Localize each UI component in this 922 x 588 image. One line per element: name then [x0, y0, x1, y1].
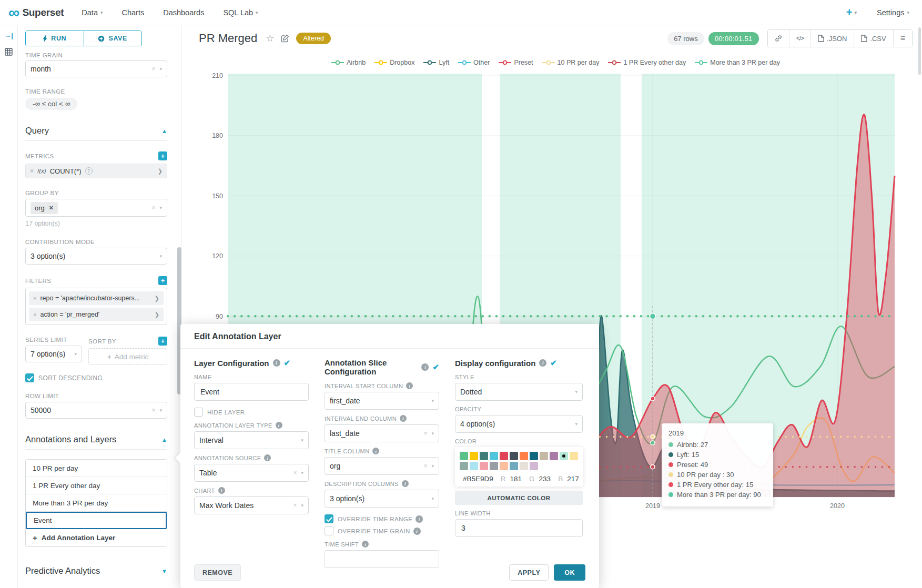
annotation-source-select[interactable]: Table × ▾: [194, 464, 309, 482]
export-csv-button[interactable]: .CSV: [854, 30, 893, 47]
override-time-grain-checkbox[interactable]: [325, 526, 333, 535]
hex-value[interactable]: #B5E9D9: [463, 475, 493, 483]
legend-item[interactable]: More than 3 PR per day: [695, 59, 780, 66]
chevron-up-icon[interactable]: ▲: [161, 128, 167, 134]
annotation-layer-item[interactable]: 10 PR per day: [26, 460, 167, 477]
favorite-star-icon[interactable]: ☆: [266, 33, 274, 44]
color-swatch[interactable]: [530, 452, 538, 460]
hide-layer-checkbox[interactable]: [194, 408, 203, 417]
chevron-right-icon[interactable]: ❯: [155, 311, 159, 318]
clear-icon[interactable]: ×: [151, 65, 155, 73]
chart-select[interactable]: Max Work Dates × ▾: [194, 496, 309, 514]
time-grain-select[interactable]: month × ▾: [25, 60, 167, 77]
chevron-up-icon[interactable]: ▲: [161, 437, 167, 443]
save-button[interactable]: SAVE: [84, 31, 142, 46]
remove-icon[interactable]: ×: [33, 311, 36, 318]
ok-button[interactable]: OK: [554, 564, 585, 581]
name-input[interactable]: [194, 383, 309, 401]
color-swatch[interactable]: [490, 462, 498, 470]
color-swatch[interactable]: [500, 462, 508, 470]
clear-icon[interactable]: ×: [423, 430, 427, 437]
color-swatch[interactable]: [520, 452, 528, 460]
annotation-layer-item[interactable]: Event: [26, 512, 167, 529]
remove-icon[interactable]: ×: [33, 295, 36, 301]
annotation-layer-item[interactable]: More than 3 PR per day: [26, 494, 167, 512]
copy-link-button[interactable]: [768, 30, 789, 47]
chevron-down-icon[interactable]: ▼: [161, 568, 167, 574]
line-width-input[interactable]: [455, 519, 583, 537]
collapse-panel-icon[interactable]: →|: [4, 32, 13, 39]
legend-item[interactable]: Lyft: [423, 59, 449, 66]
clear-icon[interactable]: ×: [293, 469, 297, 477]
chevron-right-icon[interactable]: ❯: [158, 168, 163, 175]
nav-item-data[interactable]: Data▾: [82, 8, 103, 17]
clear-icon[interactable]: ×: [151, 204, 155, 211]
description-columns-select[interactable]: 3 option(s) ▾: [325, 490, 439, 508]
color-swatch[interactable]: [510, 462, 518, 470]
superset-logo[interactable]: ∞ Superset: [8, 5, 64, 21]
chevron-right-icon[interactable]: ❯: [155, 295, 159, 302]
add-filter-button[interactable]: +: [158, 276, 167, 285]
sort-descending-checkbox[interactable]: [25, 373, 34, 382]
filter-pill[interactable]: ×repo = 'apache/incubator-supers...❯: [29, 291, 164, 305]
color-swatch[interactable]: [470, 462, 478, 470]
group-by-select[interactable]: org✕ × ▾: [25, 199, 167, 217]
export-json-button[interactable]: .JSON: [810, 30, 854, 47]
sort-by-add-metric[interactable]: +Add metric: [88, 348, 167, 365]
more-options-button[interactable]: ≡: [893, 30, 912, 47]
legend-item[interactable]: 10 PR per day: [542, 59, 600, 66]
metric-pill[interactable]: × f(x) COUNT(*) ? ❯: [25, 164, 167, 178]
color-swatch[interactable]: [480, 452, 488, 460]
nav-item-sql-lab[interactable]: SQL Lab▾: [223, 8, 258, 17]
color-swatch[interactable]: [460, 452, 468, 460]
remove-tag-icon[interactable]: ✕: [49, 205, 54, 211]
color-swatch[interactable]: [470, 452, 478, 460]
edit-properties-icon[interactable]: [281, 34, 289, 43]
color-swatch[interactable]: [520, 462, 528, 470]
contribution-mode-select[interactable]: 3 option(s) ▾: [25, 248, 167, 265]
remove-button[interactable]: REMOVE: [194, 564, 241, 581]
nav-item-dashboards[interactable]: Dashboards: [163, 8, 204, 17]
altered-badge[interactable]: Altered: [296, 33, 331, 44]
color-swatch[interactable]: [510, 452, 518, 460]
time-range-pill[interactable]: -∞ ≤ col < ∞: [25, 98, 77, 110]
filter-pill[interactable]: ×action = 'pr_merged'❯: [29, 308, 164, 321]
override-time-range-checkbox[interactable]: [325, 514, 333, 523]
color-swatch[interactable]: [460, 462, 468, 470]
embed-code-button[interactable]: </>: [789, 30, 810, 47]
opacity-select[interactable]: 4 option(s) ▾: [455, 415, 583, 433]
color-swatch[interactable]: [560, 452, 568, 460]
style-select[interactable]: Dotted ▾: [455, 383, 583, 401]
title-column-select[interactable]: org × ▾: [325, 457, 439, 475]
add-metric-button[interactable]: +: [158, 151, 167, 160]
datasource-grid-icon[interactable]: [5, 48, 13, 56]
legend-item[interactable]: Preset: [499, 59, 533, 66]
legend-item[interactable]: Dropbox: [374, 59, 414, 66]
interval-end-select[interactable]: last_date × ▾: [325, 424, 439, 442]
row-limit-select[interactable]: 50000 × ▾: [25, 402, 167, 419]
g-value[interactable]: 233: [539, 475, 551, 483]
series-limit-select[interactable]: 7 option(s) ▾: [25, 346, 82, 362]
color-swatch[interactable]: [570, 452, 578, 460]
color-swatch[interactable]: [550, 452, 558, 460]
interval-start-select[interactable]: first_date ▾: [325, 392, 439, 410]
annotation-layer-type-select[interactable]: Interval ▾: [194, 431, 309, 449]
legend-item[interactable]: Other: [458, 59, 490, 66]
automatic-color-button[interactable]: AUTOMATIC COLOR: [455, 491, 583, 505]
run-button[interactable]: RUN: [26, 31, 84, 46]
clear-icon[interactable]: ×: [293, 502, 297, 509]
color-swatch[interactable]: [530, 462, 538, 470]
legend-item[interactable]: Airbnb: [331, 59, 366, 66]
r-value[interactable]: 181: [510, 475, 522, 483]
window-scrollbar[interactable]: [918, 27, 921, 75]
apply-button[interactable]: APPLY: [509, 564, 549, 581]
color-swatch[interactable]: [540, 452, 548, 460]
color-swatch[interactable]: [490, 452, 498, 460]
annotation-layer-item[interactable]: 1 PR Every other day: [26, 477, 167, 494]
remove-icon[interactable]: ×: [30, 167, 34, 175]
color-swatch[interactable]: [500, 452, 508, 460]
add-sort-metric-button[interactable]: +: [158, 337, 167, 346]
clear-icon[interactable]: ×: [151, 407, 155, 414]
settings-menu[interactable]: Settings ▾: [877, 8, 909, 17]
color-swatch[interactable]: [480, 462, 488, 470]
